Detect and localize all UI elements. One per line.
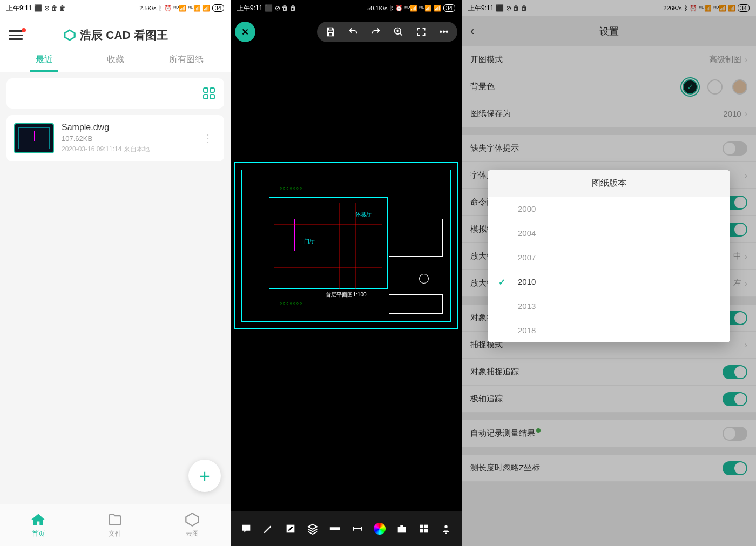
redo-button[interactable] xyxy=(370,26,382,38)
nav-home[interactable]: 首页 xyxy=(0,504,77,546)
battery-icon: 34 xyxy=(212,4,224,12)
screen-cad-viewer: 上午9:11 ⬛ ⊘ 🗑 🗑 50.1K/s ᛒ ⏰ ᴴᴰ📶 ᴴᴰ📶 📶 34 … xyxy=(231,0,462,546)
modal-option-2000[interactable]: 2000 xyxy=(488,197,730,221)
menu-button[interactable] xyxy=(9,30,23,40)
modal-option-2010[interactable]: 2010 xyxy=(488,269,730,294)
svg-marker-6 xyxy=(186,513,198,525)
tab-all-drawings[interactable]: 所有图纸 xyxy=(151,48,222,72)
battery-icon: 34 xyxy=(443,4,455,12)
grid-icon xyxy=(418,523,430,535)
view-button[interactable] xyxy=(440,522,453,535)
undo-button[interactable] xyxy=(347,26,359,38)
modal-option-2013[interactable]: 2013 xyxy=(488,294,730,318)
zoom-icon xyxy=(393,26,404,37)
color-wheel-icon xyxy=(374,523,386,535)
drawing-title: 首层平面图1:100 xyxy=(326,291,366,299)
file-thumbnail xyxy=(14,123,54,153)
grid-button[interactable] xyxy=(417,522,430,535)
top-toolbar: ••• xyxy=(317,22,457,42)
grid-view-icon[interactable] xyxy=(202,87,215,100)
close-icon xyxy=(240,27,250,37)
status-time: 上午9:11 xyxy=(237,4,262,13)
search-bar[interactable] xyxy=(6,78,224,109)
screen-file-browser: 上午9:11 ⬛ ⊘ 🗑 🗑 2.5K/s ᛒ ⏰ ᴴᴰ📶 ᴴᴰ📶 📶 34 浩… xyxy=(0,0,231,546)
svg-rect-12 xyxy=(420,525,423,528)
modal-title: 图纸版本 xyxy=(488,170,730,197)
bottom-nav: 首页 文件 云图 xyxy=(0,504,231,546)
color-button[interactable] xyxy=(373,522,386,535)
pencil-icon xyxy=(262,523,274,535)
compass-icon xyxy=(419,274,429,284)
dimension-icon xyxy=(352,523,363,535)
measure-button[interactable] xyxy=(328,522,341,535)
svg-rect-13 xyxy=(424,525,428,528)
more-button[interactable]: ••• xyxy=(438,26,450,38)
layers-icon xyxy=(307,523,319,535)
status-icons: ᛒ ⏰ ᴴᴰ📶 ᴴᴰ📶 📶 xyxy=(159,5,210,12)
ruler-icon xyxy=(329,523,341,535)
file-item[interactable]: Sample.dwg 107.62KB 2020-03-16 09:11:14 … xyxy=(6,115,224,161)
nav-cloud[interactable]: 云图 xyxy=(154,504,231,546)
fullscreen-button[interactable] xyxy=(415,26,427,38)
status-icons: ᛒ ⏰ ᴴᴰ📶 ᴴᴰ📶 📶 xyxy=(390,5,441,12)
svg-rect-5 xyxy=(210,95,214,99)
svg-rect-11 xyxy=(400,525,403,527)
status-bar: 上午9:11 ⬛ ⊘ 🗑 🗑 50.1K/s ᛒ ⏰ ᴴᴰ📶 ᴴᴰ📶 📶 34 xyxy=(231,0,462,16)
zoom-button[interactable] xyxy=(393,26,404,38)
modal-option-2007[interactable]: 2007 xyxy=(488,245,730,269)
bottom-toolbar xyxy=(231,511,462,546)
close-button[interactable] xyxy=(235,22,255,42)
status-bar: 上午9:11 ⬛ ⊘ 🗑 🗑 2.5K/s ᛒ ⏰ ᴴᴰ📶 ᴴᴰ📶 📶 34 xyxy=(0,0,231,16)
view-icon xyxy=(440,523,452,535)
svg-rect-3 xyxy=(210,88,214,92)
status-time: 上午9:11 xyxy=(6,4,32,13)
file-size: 107.62KB xyxy=(62,134,192,143)
tab-favorites[interactable]: 收藏 xyxy=(80,48,151,72)
file-tabs: 最近 收藏 所有图纸 xyxy=(9,48,222,72)
save-icon xyxy=(325,26,336,37)
toolbox-icon xyxy=(396,523,408,535)
svg-rect-15 xyxy=(424,529,428,532)
notification-dot-icon xyxy=(22,28,26,32)
dimension-button[interactable] xyxy=(351,522,364,535)
tab-recent[interactable]: 最近 xyxy=(9,48,80,72)
title-block xyxy=(389,294,443,314)
version-modal: 图纸版本 2000 2004 2007 2010 2013 2018 xyxy=(488,170,730,342)
svg-rect-9 xyxy=(330,527,340,530)
layers-button[interactable] xyxy=(306,522,319,535)
modal-option-2004[interactable]: 2004 xyxy=(488,221,730,245)
cloud-icon xyxy=(185,512,200,527)
pencil-button[interactable] xyxy=(262,522,275,535)
drawing-frame: 休息厅 门厅 ○ ○ ○ ○ ○ ○ ○ ○ ○ ○ ○ ○ ○ ○ 首层平面图… xyxy=(241,170,451,322)
toolbox-button[interactable] xyxy=(395,522,408,535)
app-logo: 浩辰 CAD 看图王 xyxy=(9,28,222,43)
edit-button[interactable] xyxy=(284,522,297,535)
more-icon: ••• xyxy=(440,27,449,37)
status-app-icons: ⬛ ⊘ 🗑 🗑 xyxy=(34,4,66,12)
redo-icon xyxy=(370,26,381,37)
comment-icon xyxy=(240,523,252,535)
status-app-icons: ⬛ ⊘ 🗑 🗑 xyxy=(265,4,296,12)
svg-rect-2 xyxy=(204,88,208,92)
drawing-table xyxy=(389,219,443,257)
status-speed: 50.1K/s xyxy=(367,5,387,11)
screen-settings: 上午9:11 ⬛ ⊘ 🗑 🗑 226K/s ᛒ ⏰ ᴴᴰ📶 ᴴᴰ📶 📶 34 ‹… xyxy=(462,0,756,546)
file-more-button[interactable]: ⋮ xyxy=(199,132,217,145)
home-icon xyxy=(31,512,46,527)
fullscreen-icon xyxy=(416,26,427,37)
modal-option-2018[interactable]: 2018 xyxy=(488,318,730,342)
svg-rect-14 xyxy=(420,529,423,532)
floor-plan: 休息厅 门厅 ○ ○ ○ ○ ○ ○ ○ ○ ○ ○ ○ ○ ○ ○ xyxy=(258,186,399,305)
file-name: Sample.dwg xyxy=(62,123,192,132)
save-button[interactable] xyxy=(325,26,336,38)
add-button[interactable]: + xyxy=(188,460,221,492)
svg-rect-10 xyxy=(398,527,406,532)
file-meta: 2020-03-16 09:11:14 来自本地 xyxy=(62,145,192,154)
svg-rect-4 xyxy=(204,95,208,99)
comment-button[interactable] xyxy=(240,522,253,535)
nav-files[interactable]: 文件 xyxy=(77,504,153,546)
folder-icon xyxy=(107,512,123,527)
edit-icon xyxy=(285,523,296,535)
undo-icon xyxy=(348,26,359,37)
drawing-canvas[interactable]: 休息厅 门厅 ○ ○ ○ ○ ○ ○ ○ ○ ○ ○ ○ ○ ○ ○ 首层平面图… xyxy=(234,162,458,329)
